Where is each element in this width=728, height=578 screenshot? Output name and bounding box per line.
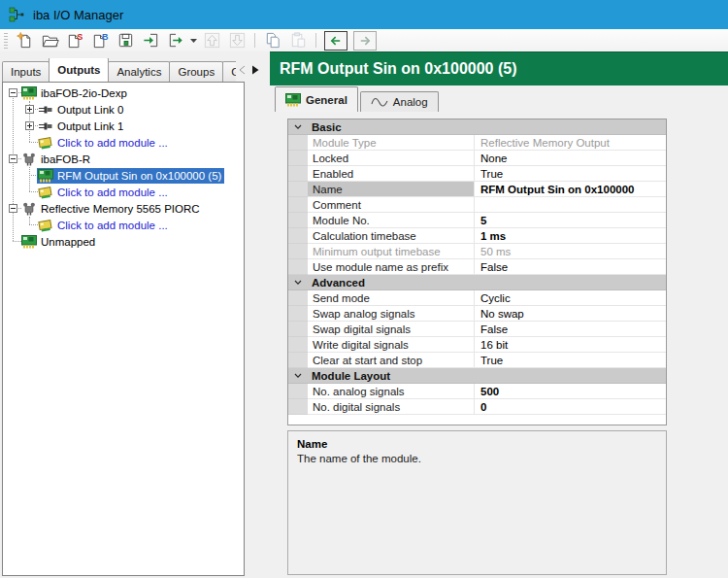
detail-tab-label: Analog [393,96,428,108]
tree-item[interactable]: Click to add module ... [3,134,244,151]
property-value[interactable]: Cyclic [475,290,666,306]
property-value[interactable] [475,197,666,213]
property-category-row[interactable]: Module Layout [288,368,666,384]
tab-inputs[interactable]: Inputs [2,61,50,82]
tree-item[interactable]: Unmapped [3,233,244,250]
tab-groups[interactable]: Groups [169,61,223,82]
open-file-b-button[interactable]: B [87,30,113,51]
property-row[interactable]: No. analog signals500 [288,384,666,399]
property-value[interactable]: 50 ms [475,244,666,259]
description-title: Name [297,438,657,450]
property-row[interactable]: Minimum output timebase50 ms [288,244,666,259]
property-label: Module Type [308,135,475,151]
tab-scroll-right-icon[interactable] [250,64,259,75]
property-row[interactable]: Clear at start and stopTrue [288,353,666,368]
tree-item[interactable]: Reflective Memory 5565 PIORC [3,200,244,217]
tree-item[interactable]: Output Link 1 [3,118,244,134]
add-module-icon [38,186,53,199]
tree-expander[interactable] [25,121,34,130]
card-icon [21,86,37,100]
property-row[interactable]: Send modeCyclic [288,290,666,306]
tab-analytics[interactable]: Analytics [108,61,170,82]
open-file-button[interactable] [37,30,62,51]
property-value[interactable]: 16 bit [475,337,666,353]
tree-item[interactable]: ibaFOB-2io-Dexp [3,85,244,101]
category-collapse-chevron-icon[interactable] [288,119,308,134]
app-icon [9,7,26,22]
property-value[interactable]: 0 [475,399,666,415]
property-row[interactable]: No. digital signals0 [288,399,666,415]
open-file-s-button[interactable]: S [62,30,87,51]
tree-item[interactable]: Output Link 0 [3,101,244,118]
tree-item[interactable]: ibaFOB-R [3,151,244,167]
detail-tab-general[interactable]: General [275,86,358,112]
detail-header: RFM Output Sin on 0x100000 (5) [270,51,728,85]
paste-button [285,30,311,51]
property-value[interactable]: RFM Output Sin on 0x100000 [475,182,666,197]
property-row[interactable]: Swap analog signalsNo swap [288,306,666,322]
toolbar-grip-handle[interactable] [4,33,8,49]
property-value[interactable]: 5 [475,213,666,228]
export-dropdown-caret[interactable] [188,30,199,51]
property-value[interactable]: 1 ms [475,228,666,244]
property-label: No. analog signals [308,384,475,399]
property-row[interactable]: Write digital signals16 bit [288,337,666,353]
property-value[interactable]: None [475,151,666,166]
category-collapse-chevron-icon[interactable] [288,275,308,289]
detail-tab-label: General [306,94,347,106]
property-category-name: Basic [308,119,666,134]
export-button[interactable] [163,30,188,51]
tree-expander[interactable] [9,88,17,97]
tree-expander[interactable] [9,204,17,213]
property-label: Calculation timebase [308,228,475,244]
main-toolbar: SB [0,29,728,51]
property-row[interactable]: LockedNone [288,151,666,166]
property-value[interactable]: False [475,259,666,275]
property-row[interactable]: EnabledTrue [288,166,666,182]
category-collapse-chevron-icon[interactable] [288,368,308,383]
property-row[interactable]: Comment [288,197,666,213]
tree-item[interactable]: Click to add module ... [3,217,244,233]
import-button[interactable] [138,30,163,51]
save-button[interactable] [113,30,138,51]
tree-item[interactable]: Click to add module ... [3,184,244,200]
tab-scroll-left-icon[interactable] [237,64,246,75]
nav-back-button[interactable] [324,31,347,51]
copy-button[interactable] [260,30,285,51]
property-row[interactable]: Module TypeReflective Memory Output [288,135,666,151]
property-value[interactable]: Reflective Memory Output [475,135,666,151]
property-value[interactable]: No swap [475,306,666,322]
property-label: Locked [308,151,475,166]
property-category-name: Module Layout [308,368,666,383]
property-value[interactable]: 500 [475,384,666,399]
property-row[interactable]: Calculation timebase1 ms [288,228,666,244]
add-module-icon [38,219,53,232]
property-category-row[interactable]: Advanced [288,275,666,290]
tree-expander[interactable] [9,154,17,163]
property-value[interactable]: True [475,353,666,368]
tree-expander[interactable] [25,105,34,114]
property-category-name: Advanced [308,275,666,289]
property-row[interactable]: Module No.5 [288,213,666,228]
tab-outputs[interactable]: Outputs [49,58,109,82]
new-file-button[interactable] [12,30,37,51]
property-row[interactable]: Use module name as prefixFalse [288,259,666,275]
tree-item[interactable]: RFM Output Sin on 0x100000 (5) [3,167,244,184]
property-category-row[interactable]: Basic [288,119,666,135]
tab-general[interactable]: General [222,61,236,82]
property-value[interactable]: True [475,166,666,182]
detail-title: RFM Output Sin on 0x100000 (5) [280,60,516,78]
property-row[interactable]: NameRFM Output Sin on 0x100000 [288,182,666,197]
property-row[interactable]: Swap digital signalsFalse [288,322,666,337]
tree-item-label: ibaFOB-2io-Dexp [41,87,127,99]
property-label: Send mode [308,290,475,306]
move-up-button [199,30,224,51]
tree-item-label: Click to add module ... [57,137,168,149]
detail-tab-analog[interactable]: Analog [360,91,439,112]
property-grid: BasicModule TypeReflective Memory Output… [287,119,667,425]
module-tree: ibaFOB-2io-DexpOutput Link 0Output Link … [3,83,244,575]
property-label: Minimum output timebase [308,244,475,259]
property-value[interactable]: False [475,322,666,337]
property-label: Swap digital signals [308,322,475,337]
nav-forward-button [353,31,377,51]
